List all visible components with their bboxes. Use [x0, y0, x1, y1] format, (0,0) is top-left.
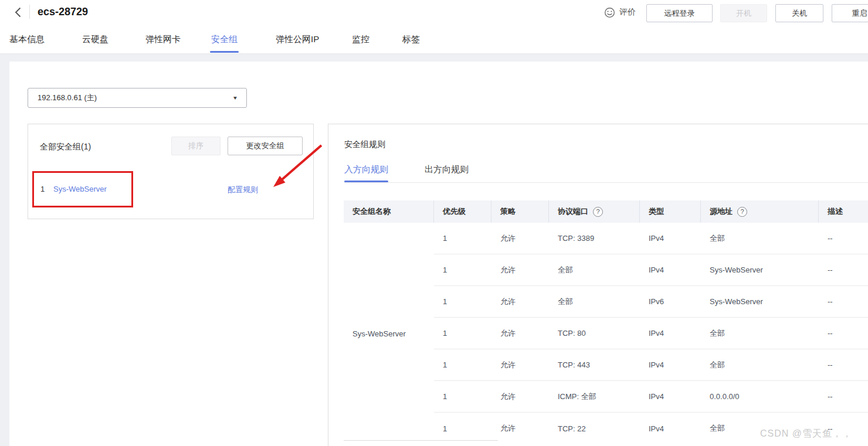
rule-type-cell: IPv6: [640, 297, 701, 306]
rule-strategy-cell: 允许: [491, 265, 549, 275]
rule-protocol-cell: TCP: 80: [549, 329, 640, 338]
security-group-rules-card: 安全组规则 入方向规则 出方向规则 安全组名称 优先级 策略 协议端口 ? 类型…: [328, 124, 868, 446]
rule-row: 1 允许 TCP: 80 IPv4 全部 --: [434, 318, 868, 349]
nic-select-value: 192.168.0.61 (主): [38, 93, 97, 103]
rule-type-cell: IPv4: [640, 360, 701, 369]
nic-select[interactable]: 192.168.0.61 (主) ▼: [28, 88, 247, 108]
rule-strategy-cell: 允许: [491, 297, 549, 307]
rule-source-cell: Sys-WebServer: [701, 265, 819, 274]
watermark: CSDN @雪天鱼，，: [760, 428, 852, 440]
rule-protocol-cell: ICMP: 全部: [549, 391, 640, 402]
page-title: ecs-28729: [38, 5, 88, 19]
rule-source-cell: 0.0.0.0/0: [701, 392, 819, 401]
smiley-icon: [604, 7, 615, 18]
rule-source-cell: 全部: [701, 328, 819, 339]
title-divider: [29, 5, 30, 19]
rule-protocol-cell: TCP: 22: [549, 424, 640, 433]
feedback-button[interactable]: 评价: [604, 6, 636, 19]
rules-table-header: 安全组名称 优先级 策略 协议端口 ? 类型 源地址 ? 描述: [344, 200, 868, 223]
rule-priority-cell: 1: [434, 297, 491, 306]
chevron-down-icon: ▼: [232, 95, 238, 100]
header-priority: 优先级: [434, 200, 491, 223]
rule-type-cell: IPv4: [640, 234, 701, 243]
back-button[interactable]: [11, 5, 25, 19]
rule-strategy-cell: 允许: [491, 233, 549, 244]
rules-table: 安全组名称 优先级 策略 协议端口 ? 类型 源地址 ? 描述 Sys-Web: [344, 200, 868, 444]
page-header: ecs-28729 评价 远程登录 开机 关机 重启 基本信息 云硬盘 弹性网卡…: [0, 0, 868, 54]
protocol-help-icon[interactable]: ?: [593, 207, 603, 217]
rule-source-cell: 全部: [701, 360, 819, 370]
security-groups-card: 全部安全组(1) 排序 更改安全组 1 Sys-WebServer 配置规则: [28, 124, 314, 219]
rule-row: 1 允许 TCP: 443 IPv4 全部 --: [434, 349, 868, 381]
rule-description-cell: --: [819, 392, 868, 401]
source-help-icon[interactable]: ?: [737, 207, 747, 217]
rule-strategy-cell: 允许: [491, 423, 549, 434]
rule-description-cell: --: [819, 265, 868, 274]
rule-priority-cell: 1: [434, 265, 491, 274]
feedback-label: 评价: [619, 7, 636, 18]
shutdown-button[interactable]: 关机: [775, 4, 823, 22]
tab-monitoring[interactable]: 监控: [352, 26, 369, 53]
sort-button[interactable]: 排序: [171, 137, 221, 155]
rule-strategy-cell: 允许: [491, 328, 549, 339]
rule-priority-cell: 1: [434, 234, 491, 243]
rules-table-body: Sys-WebServer 1 允许 TCP: 3389 IPv4 全部 -- …: [344, 223, 868, 444]
rule-description-cell: --: [819, 360, 868, 369]
rules-group-name-cell: Sys-WebServer: [344, 223, 434, 444]
rule-type-cell: IPv4: [640, 424, 701, 433]
rule-row: 1 允许 全部 IPv6 Sys-WebServer --: [434, 286, 868, 318]
header-source: 源地址 ?: [701, 200, 819, 223]
tab-cloud-disk[interactable]: 云硬盘: [82, 26, 108, 53]
security-group-name-link[interactable]: Sys-WebServer: [53, 185, 107, 193]
power-on-button[interactable]: 开机: [720, 4, 767, 22]
tab-inbound-rules[interactable]: 入方向规则: [344, 161, 388, 182]
tab-eip[interactable]: 弹性公网IP: [276, 26, 319, 53]
rule-source-cell: Sys-WebServer: [701, 297, 819, 306]
tab-elastic-nic[interactable]: 弹性网卡: [145, 26, 181, 53]
security-group-index: 1: [40, 185, 45, 193]
rule-type-cell: IPv4: [640, 329, 701, 338]
chevron-left-icon: [14, 6, 22, 18]
rules-title: 安全组规则: [344, 139, 385, 150]
ecs-detail-page: ecs-28729 评价 远程登录 开机 关机 重启 基本信息 云硬盘 弹性网卡…: [0, 0, 868, 446]
rule-strategy-cell: 允许: [491, 391, 549, 402]
table-bottom-line: [344, 440, 498, 441]
tab-security-group[interactable]: 安全组: [211, 26, 238, 53]
rule-description-cell: --: [819, 329, 868, 338]
header-description: 描述: [819, 200, 868, 223]
security-groups-title: 全部安全组(1): [40, 142, 91, 152]
header-group-name: 安全组名称: [344, 200, 434, 223]
rule-strategy-cell: 允许: [491, 360, 549, 370]
rule-row: 1 允许 ICMP: 全部 IPv4 0.0.0.0/0 --: [434, 381, 868, 413]
rule-type-cell: IPv4: [640, 392, 701, 401]
rule-description-cell: --: [819, 234, 868, 243]
rule-row: 1 允许 全部 IPv4 Sys-WebServer --: [434, 254, 868, 286]
rule-row: 1 允许 TCP: 3389 IPv4 全部 --: [434, 223, 868, 254]
tab-outbound-rules[interactable]: 出方向规则: [425, 161, 469, 182]
tab-tags[interactable]: 标签: [402, 26, 420, 53]
content-panel: 192.168.0.61 (主) ▼ 全部安全组(1) 排序 更改安全组 1 S…: [9, 62, 868, 446]
rule-priority-cell: 1: [434, 360, 491, 369]
rule-type-cell: IPv4: [640, 265, 701, 274]
rule-protocol-cell: 全部: [549, 265, 640, 275]
configure-rules-link[interactable]: 配置规则: [228, 185, 258, 195]
rule-source-cell: 全部: [701, 233, 819, 244]
header-strategy: 策略: [491, 200, 549, 223]
remote-login-button[interactable]: 远程登录: [646, 4, 713, 22]
rules-tabs-divider: [344, 182, 868, 183]
rule-protocol-cell: TCP: 3389: [549, 234, 640, 243]
tab-basic-info[interactable]: 基本信息: [9, 26, 45, 53]
restart-button[interactable]: 重启: [832, 4, 868, 22]
change-security-group-button[interactable]: 更改安全组: [228, 137, 303, 155]
header-protocol-port: 协议端口 ?: [549, 200, 640, 223]
rule-priority-cell: 1: [434, 392, 491, 401]
rule-protocol-cell: 全部: [549, 297, 640, 307]
header-type: 类型: [640, 200, 701, 223]
rule-priority-cell: 1: [434, 329, 491, 338]
rule-protocol-cell: TCP: 443: [549, 360, 640, 369]
rule-priority-cell: 1: [434, 424, 491, 433]
rule-description-cell: --: [819, 297, 868, 306]
